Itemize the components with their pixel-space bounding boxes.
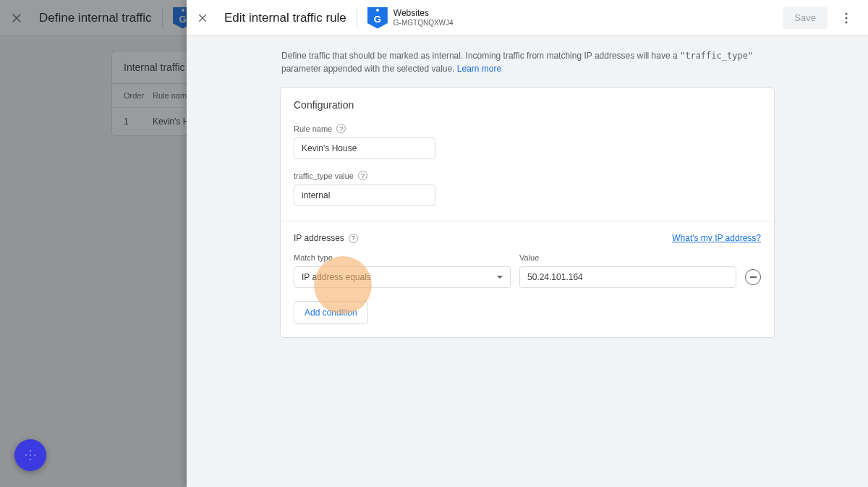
help-icon[interactable]: ? <box>358 171 367 180</box>
description: Define traffic that should be marked as … <box>280 49 775 75</box>
learn-more-link[interactable]: Learn more <box>457 64 501 74</box>
edit-panel: Edit internal traffic rule G Websites G-… <box>187 0 868 487</box>
help-icon[interactable]: ? <box>349 234 358 243</box>
add-condition-button[interactable]: Add condition <box>294 301 368 324</box>
traffic-type-field: traffic_type value ? <box>281 164 774 211</box>
assistant-fab[interactable] <box>14 439 46 471</box>
ip-section: IP addresses ? What's my IP address? Mat… <box>281 221 774 337</box>
more-vert-icon <box>845 12 848 24</box>
divider <box>357 8 357 28</box>
stream-id: G-MGTQNQXWJ4 <box>393 19 454 27</box>
svg-point-0 <box>845 12 847 14</box>
rule-name-input[interactable] <box>294 137 435 159</box>
more-button[interactable] <box>835 7 858 30</box>
rule-name-field: Rule name ? <box>281 117 774 164</box>
whats-my-ip-link[interactable]: What's my IP address? <box>672 233 761 243</box>
stream-badge: G Websites G-MGTQNQXWJ4 <box>367 7 454 29</box>
traffic-type-label: traffic_type value <box>294 171 354 180</box>
config-card: Configuration Rule name ? traffic_type v… <box>280 87 775 338</box>
match-type-select[interactable]: IP address equals <box>294 266 511 288</box>
panel-title: Edit internal traffic rule <box>224 11 346 25</box>
minus-icon <box>750 276 757 278</box>
value-label: Value <box>519 253 736 262</box>
tag-icon: G <box>367 7 388 29</box>
match-type-label: Match type <box>294 253 511 262</box>
ip-title: IP addresses <box>294 233 344 243</box>
help-icon[interactable]: ? <box>336 124 346 133</box>
ip-value-input[interactable] <box>519 266 736 288</box>
panel-header: Edit internal traffic rule G Websites G-… <box>187 0 868 36</box>
remove-condition-button[interactable] <box>745 269 761 285</box>
sparkle-icon <box>25 449 36 461</box>
svg-point-1 <box>845 17 847 19</box>
ip-condition-row: Match type IP address equals Value <box>294 253 761 288</box>
rule-name-label: Rule name <box>294 124 332 133</box>
panel-body: Define traffic that should be marked as … <box>187 36 868 487</box>
stream-name: Websites <box>393 9 454 18</box>
config-title: Configuration <box>281 88 774 117</box>
svg-point-2 <box>845 21 847 23</box>
traffic-type-input[interactable] <box>294 185 435 206</box>
save-button[interactable]: Save <box>783 7 827 29</box>
close-icon[interactable] <box>197 12 208 24</box>
chevron-down-icon <box>497 276 503 279</box>
